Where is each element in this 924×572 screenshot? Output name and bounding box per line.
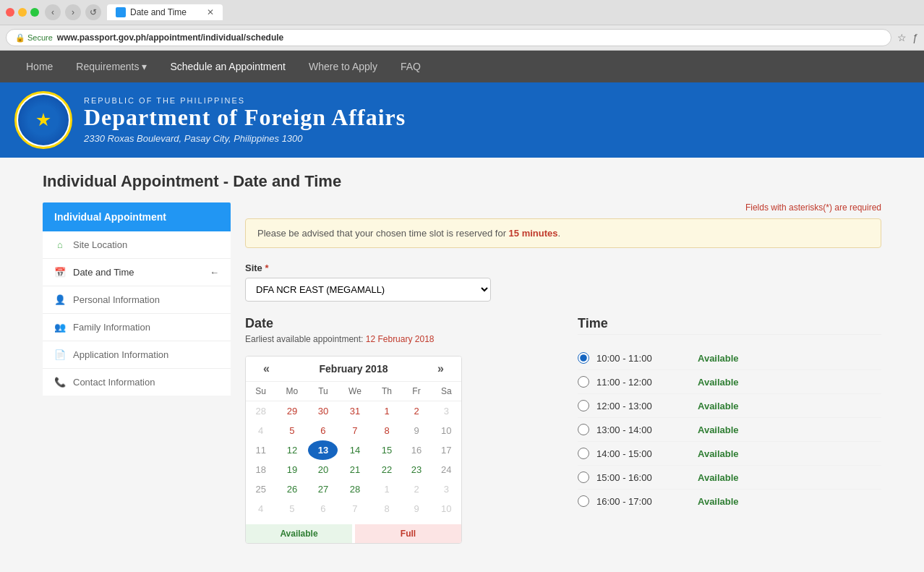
- cal-day-cell: 17: [432, 440, 461, 460]
- cal-day-cell[interactable]: 27: [308, 479, 338, 499]
- cal-day-cell: 5: [275, 499, 308, 518]
- cal-day-cell: 9: [402, 421, 432, 440]
- forward-button[interactable]: ›: [65, 4, 81, 20]
- time-slot-label: 13:00 - 14:00: [596, 424, 690, 435]
- maximize-dot[interactable]: [30, 8, 39, 17]
- time-slot-label: 15:00 - 16:00: [596, 472, 690, 483]
- lock-icon: 🔒: [15, 33, 25, 43]
- refresh-button[interactable]: ↺: [85, 4, 101, 20]
- legend-available: Available: [246, 524, 352, 543]
- sidebar-item-contact-info[interactable]: 📞 Contact Information: [43, 369, 231, 396]
- cal-day-cell[interactable]: 21: [338, 460, 372, 479]
- cal-day-cell[interactable]: 22: [372, 460, 402, 479]
- time-slot-row[interactable]: 10:00 - 11:00Available: [578, 346, 881, 370]
- cal-grid: Su Mo Tu We Th Fr Sa 2829303112: [246, 382, 461, 518]
- time-slot-radio[interactable]: [578, 471, 589, 483]
- close-dot[interactable]: [6, 8, 14, 17]
- time-slot-status: Available: [698, 472, 739, 483]
- tab-close-button[interactable]: ✕: [207, 7, 214, 17]
- logo-circle: [14, 91, 72, 149]
- sidebar-label-family-info: Family Information: [73, 322, 150, 333]
- calendar-icon: 📅: [54, 267, 66, 278]
- sidebar-item-family-info[interactable]: 👥 Family Information: [43, 314, 231, 341]
- time-slot-label: 12:00 - 13:00: [596, 401, 690, 411]
- prev-month-button[interactable]: «: [257, 362, 275, 375]
- cal-day-cell[interactable]: 15: [372, 440, 402, 460]
- cal-day-cell: 24: [432, 460, 461, 479]
- time-slot-status: Available: [698, 496, 739, 507]
- nav-schedule[interactable]: Schedule an Appointment: [158, 51, 297, 82]
- required-star: *: [265, 262, 268, 273]
- time-slot-radio[interactable]: [578, 400, 589, 411]
- cal-day-su: Su: [246, 382, 275, 401]
- sidebar-item-application-info[interactable]: 📄 Application Information: [43, 341, 231, 369]
- calendar: « February 2018 » Su Mo Tu We: [245, 356, 462, 544]
- cal-day-cell[interactable]: 1: [372, 401, 402, 422]
- date-section: Date Earliest available appointment: 12 …: [245, 316, 549, 544]
- time-slot-row[interactable]: 16:00 - 17:00Available: [578, 490, 881, 513]
- address-bar[interactable]: 🔒 Secure www.passport.gov.ph/appointment…: [6, 29, 891, 46]
- time-slot-status: Available: [698, 377, 739, 388]
- sidebar-item-site-location[interactable]: ⌂ Site Location: [43, 231, 231, 259]
- cal-day-cell: 10: [432, 421, 461, 440]
- header-sub: Republic of the Philippines: [84, 96, 406, 105]
- nav-where-to-apply[interactable]: Where to Apply: [297, 51, 389, 82]
- cal-day-cell[interactable]: 26: [275, 479, 308, 499]
- cal-day-cell[interactable]: 20: [308, 460, 338, 479]
- cal-day-cell: 11: [246, 440, 275, 460]
- bookmark-icon[interactable]: ☆: [897, 32, 907, 43]
- time-slot-radio[interactable]: [578, 376, 589, 388]
- time-slot-row[interactable]: 11:00 - 12:00Available: [578, 370, 881, 394]
- notice-box: Please be advised that your chosen time …: [245, 218, 881, 248]
- sidebar-item-date-time[interactable]: 📅 Date and Time ←: [43, 259, 231, 286]
- time-slot-radio[interactable]: [578, 495, 589, 507]
- time-slot-radio[interactable]: [578, 352, 589, 364]
- time-slot-radio[interactable]: [578, 424, 589, 435]
- time-slot-status: Available: [698, 448, 739, 459]
- tab-title: Date and Time: [130, 7, 187, 17]
- cal-day-cell[interactable]: 13: [308, 440, 338, 460]
- cal-day-cell[interactable]: 6: [308, 421, 338, 440]
- cal-day-cell: 16: [402, 440, 432, 460]
- cal-day-cell[interactable]: 8: [372, 421, 402, 440]
- time-slot-status: Available: [698, 401, 739, 411]
- sidebar-item-personal-info[interactable]: 👤 Personal Information: [43, 286, 231, 314]
- cal-day-cell[interactable]: 19: [275, 460, 308, 479]
- cal-day-cell[interactable]: 2: [402, 401, 432, 422]
- site-select[interactable]: DFA NCR EAST (MEGAMALL) DFA NCR NORTH DF…: [245, 278, 491, 302]
- sidebar-label-personal-info: Personal Information: [73, 294, 160, 305]
- cal-day-cell[interactable]: 23: [402, 460, 432, 479]
- cal-day-cell[interactable]: 30: [308, 401, 338, 422]
- cal-day-cell[interactable]: 14: [338, 440, 372, 460]
- cal-day-cell[interactable]: 31: [338, 401, 372, 422]
- next-month-button[interactable]: »: [432, 362, 450, 375]
- cal-day-cell[interactable]: 29: [275, 401, 308, 422]
- cal-day-cell: 1: [372, 479, 402, 499]
- time-slot-row[interactable]: 13:00 - 14:00Available: [578, 418, 881, 442]
- cal-day-cell[interactable]: 12: [275, 440, 308, 460]
- cal-day-cell[interactable]: 7: [338, 421, 372, 440]
- cal-day-cell: 2: [402, 479, 432, 499]
- browser-nav: ‹ › ↺: [45, 4, 101, 20]
- browser-tab[interactable]: Date and Time ✕: [107, 4, 223, 20]
- nav-home[interactable]: Home: [14, 51, 64, 82]
- header-title: Department of Foreign Affairs: [84, 105, 406, 130]
- time-slot-row[interactable]: 15:00 - 16:00Available: [578, 466, 881, 490]
- nav-faq[interactable]: FAQ: [389, 51, 432, 82]
- cal-day-cell: 3: [432, 479, 461, 499]
- cal-day-cell: 10: [432, 499, 461, 518]
- nav-requirements[interactable]: Requirements ▾: [64, 51, 158, 82]
- time-slots: 10:00 - 11:00Available11:00 - 12:00Avail…: [578, 346, 881, 513]
- time-slot-row[interactable]: 14:00 - 15:00Available: [578, 442, 881, 466]
- time-slot-radio[interactable]: [578, 448, 589, 459]
- cal-day-cell[interactable]: 28: [338, 479, 372, 499]
- cal-day-cell[interactable]: 5: [275, 421, 308, 440]
- back-button[interactable]: ‹: [45, 4, 61, 20]
- cal-day-cell: 9: [402, 499, 432, 518]
- time-slot-row[interactable]: 12:00 - 13:00Available: [578, 394, 881, 418]
- cal-month-label: February 2018: [320, 363, 388, 375]
- reader-icon[interactable]: ƒ: [912, 32, 918, 43]
- time-slot-status: Available: [698, 353, 739, 364]
- address-bar-row: 🔒 Secure www.passport.gov.ph/appointment…: [0, 25, 924, 51]
- minimize-dot[interactable]: [18, 8, 27, 17]
